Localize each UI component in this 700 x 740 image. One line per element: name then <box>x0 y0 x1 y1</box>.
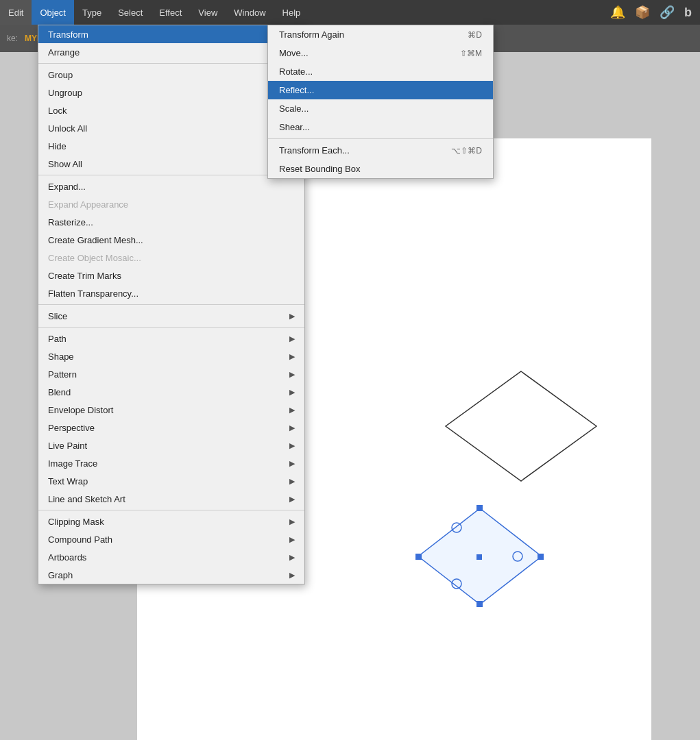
submenu-arrow: ▶ <box>289 406 295 415</box>
divider <box>38 175 304 175</box>
menu-item-blend[interactable]: Blend ▶ <box>38 383 304 401</box>
submenu-reflect[interactable]: Reflect... <box>268 81 493 99</box>
menu-item-expand-appearance[interactable]: Expand Appearance <box>38 195 304 213</box>
dropbox-icon[interactable]: 📦 <box>635 5 650 20</box>
divider <box>268 138 493 139</box>
divider <box>38 510 304 510</box>
diamond-outline <box>446 371 596 481</box>
menu-effect[interactable]: Effect <box>151 0 190 25</box>
notification-icon[interactable]: 🔔 <box>610 5 625 20</box>
menu-item-arrange[interactable]: Arrange ▶ <box>38 43 304 61</box>
menu-item-trim-marks[interactable]: Create Trim Marks <box>38 267 304 284</box>
menu-item-live-paint[interactable]: Live Paint ▶ <box>38 436 304 454</box>
menu-item-ungroup[interactable]: Ungroup ⇧⌘G <box>38 84 304 101</box>
menu-item-artboards[interactable]: Artboards ▶ <box>38 548 304 566</box>
menu-item-path[interactable]: Path ▶ <box>38 330 304 347</box>
app-icon: b <box>684 5 692 20</box>
menu-type[interactable]: Type <box>74 0 110 25</box>
submenu-arrow: ▶ <box>289 553 295 562</box>
handle-left <box>415 554 422 560</box>
menu-item-shape[interactable]: Shape ▶ <box>38 347 304 365</box>
submenu-rotate[interactable]: Rotate... <box>268 62 493 81</box>
submenu-arrow: ▶ <box>289 423 295 432</box>
submenu-shear[interactable]: Shear... <box>268 118 493 136</box>
submenu-arrow: ▶ <box>289 312 295 321</box>
menu-item-group[interactable]: Group ⌘G <box>38 66 304 84</box>
handle-top <box>476 505 483 511</box>
submenu-arrow: ▶ <box>289 571 295 580</box>
menu-item-clipping-mask[interactable]: Clipping Mask ▶ <box>38 513 304 530</box>
menu-bar-icons: 🔔 📦 🔗 b <box>610 5 700 20</box>
circle-handle-bl <box>452 579 461 589</box>
menu-item-compound-path[interactable]: Compound Path ▶ <box>38 530 304 548</box>
submenu-scale[interactable]: Scale... <box>268 99 493 118</box>
stroke-label: ke: <box>7 34 18 43</box>
menu-item-line-sketch[interactable]: Line and Sketch Art ▶ <box>38 490 304 508</box>
menu-item-text-wrap[interactable]: Text Wrap ▶ <box>38 472 304 490</box>
menu-item-gradient-mesh[interactable]: Create Gradient Mesh... <box>38 231 304 249</box>
submenu-arrow: ▶ <box>289 517 295 526</box>
menu-item-envelope-distort[interactable]: Envelope Distort ▶ <box>38 401 304 419</box>
menu-item-pattern[interactable]: Pattern ▶ <box>38 365 304 383</box>
submenu-move[interactable]: Move... ⇧⌘M <box>268 44 493 62</box>
menu-item-perspective[interactable]: Perspective ▶ <box>38 419 304 436</box>
handle-center <box>476 554 482 560</box>
menu-item-lock[interactable]: Lock ▶ <box>38 101 304 119</box>
circle-handle-r <box>513 552 522 561</box>
menu-item-expand[interactable]: Expand... <box>38 177 304 195</box>
menu-item-hide[interactable]: Hide ▶ <box>38 137 304 155</box>
submenu-transform-again[interactable]: Transform Again ⌘D <box>268 25 493 44</box>
handle-right <box>538 554 544 560</box>
submenu-arrow: ▶ <box>289 535 295 544</box>
menu-item-slice[interactable]: Slice ▶ <box>38 307 304 325</box>
submenu-arrow: ▶ <box>289 352 295 361</box>
menu-item-image-trace[interactable]: Image Trace ▶ <box>38 454 304 472</box>
divider <box>38 304 304 305</box>
transform-submenu: Transform Again ⌘D Move... ⇧⌘M Rotate...… <box>267 25 494 179</box>
circle-handle-tl <box>452 523 461 532</box>
submenu-arrow: ▶ <box>289 388 295 397</box>
handle-bottom <box>476 601 483 607</box>
menu-edit[interactable]: Edit <box>0 0 32 25</box>
menu-item-rasterize[interactable]: Rasterize... <box>38 213 304 231</box>
menu-object[interactable]: Object <box>32 0 74 25</box>
divider <box>38 327 304 328</box>
menu-window[interactable]: Window <box>226 0 274 25</box>
link-icon[interactable]: 🔗 <box>660 5 675 20</box>
menu-item-transform[interactable]: Transform ▶ <box>38 25 304 43</box>
menu-bar: Edit Object Type Select Effect View Wind… <box>0 0 700 25</box>
menu-item-object-mosaic[interactable]: Create Object Mosaic... <box>38 249 304 267</box>
menu-help[interactable]: Help <box>274 0 309 25</box>
submenu-arrow: ▶ <box>289 334 295 343</box>
diamond-selected <box>418 508 542 604</box>
submenu-transform-each[interactable]: Transform Each... ⌥⇧⌘D <box>268 141 493 160</box>
submenu-reset-bounding-box[interactable]: Reset Bounding Box <box>268 160 493 178</box>
divider <box>38 63 304 64</box>
menu-item-unlock-all[interactable]: Unlock All ⌥⌘2 <box>38 119 304 137</box>
menu-item-graph[interactable]: Graph ▶ <box>38 566 304 584</box>
submenu-arrow: ▶ <box>289 495 295 504</box>
menu-item-flatten[interactable]: Flatten Transparency... <box>38 284 304 302</box>
menu-select[interactable]: Select <box>110 0 151 25</box>
submenu-arrow: ▶ <box>289 370 295 379</box>
menu-item-show-all[interactable]: Show All ⌥⌘3 <box>38 155 304 173</box>
submenu-arrow: ▶ <box>289 459 295 468</box>
object-menu: Transform ▶ Arrange ▶ Group ⌘G Ungroup ⇧… <box>38 25 305 584</box>
submenu-arrow: ▶ <box>289 441 295 450</box>
submenu-arrow: ▶ <box>289 477 295 486</box>
menu-view[interactable]: View <box>190 0 226 25</box>
